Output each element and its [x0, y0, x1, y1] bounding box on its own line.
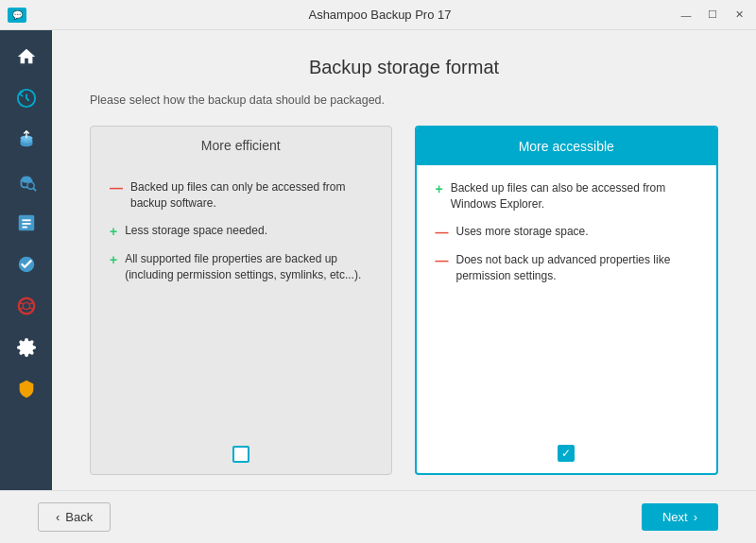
sidebar-item-tasks[interactable]: [8, 204, 45, 242]
sidebar-item-home[interactable]: [8, 38, 45, 76]
card-accessible-body: + Backed up files can also be accessed f…: [417, 165, 717, 433]
feature-text: Backed up files can also be accessed fro…: [451, 180, 697, 212]
card-accessible-header: More accessible: [417, 127, 717, 165]
plus-icon: +: [110, 223, 117, 240]
feature-item: + Backed up files can also be accessed f…: [436, 180, 698, 212]
page-title: Backup storage format: [90, 57, 718, 78]
card-efficient-header: More efficient: [91, 127, 391, 164]
sidebar-item-help[interactable]: [8, 287, 45, 325]
feature-text: Less storage space needed.: [125, 223, 267, 239]
card-accessible-footer: ✓: [417, 433, 717, 473]
feature-text: Backed up files can only be accessed fro…: [130, 179, 372, 212]
feature-text: Does not back up advanced properties lik…: [456, 252, 698, 284]
feature-text: Uses more storage space.: [456, 224, 589, 240]
svg-point-5: [26, 182, 33, 189]
maximize-button[interactable]: ☐: [703, 8, 722, 23]
titlebar: 💬 Ashampoo Backup Pro 17 — ☐ ✕: [0, 0, 756, 30]
svg-line-16: [19, 308, 24, 309]
card-accessible[interactable]: More accessible + Backed up files can al…: [415, 126, 719, 475]
minus-icon: —: [110, 179, 123, 196]
sidebar-item-settings[interactable]: [8, 329, 45, 366]
sidebar-item-security[interactable]: [8, 370, 45, 408]
back-button[interactable]: ‹ Back: [38, 502, 111, 532]
efficient-checkbox[interactable]: [232, 446, 249, 463]
svg-point-12: [18, 298, 34, 314]
sidebar-item-backup[interactable]: [8, 121, 45, 159]
main-layout: Backup storage format Please select how …: [0, 30, 756, 490]
minus-icon: —: [436, 252, 449, 269]
sidebar-item-search[interactable]: [8, 162, 45, 200]
window-controls: — ☐ ✕: [677, 8, 748, 23]
feature-item: — Uses more storage space.: [436, 224, 698, 241]
back-chevron-icon: ‹: [56, 510, 60, 524]
feature-text: All supported file properties are backed…: [125, 251, 371, 283]
minimize-button[interactable]: —: [677, 8, 696, 23]
window-title: Ashampoo Backup Pro 17: [83, 8, 677, 22]
feature-item: + Less storage space needed.: [110, 223, 372, 240]
svg-line-14: [19, 303, 24, 304]
svg-line-6: [33, 188, 36, 191]
minus-icon: —: [436, 224, 449, 241]
sidebar-item-validate[interactable]: [8, 246, 45, 283]
plus-icon: +: [110, 251, 117, 268]
card-efficient[interactable]: More efficient — Backed up files can onl…: [90, 126, 392, 475]
close-button[interactable]: ✕: [730, 8, 748, 23]
feature-item: — Does not back up advanced properties l…: [436, 252, 698, 284]
content-area: Backup storage format Please select how …: [52, 30, 756, 490]
chat-icon[interactable]: 💬: [8, 8, 26, 23]
next-label: Next: [662, 510, 688, 524]
cards-container: More efficient — Backed up files can onl…: [90, 126, 718, 475]
plus-icon: +: [436, 180, 443, 197]
card-efficient-body: — Backed up files can only be accessed f…: [91, 164, 391, 434]
page-subtitle: Please select how the backup data should…: [90, 93, 718, 107]
svg-line-17: [29, 303, 34, 304]
svg-point-13: [23, 302, 29, 309]
back-label: Back: [65, 510, 93, 524]
next-button[interactable]: Next ›: [642, 503, 718, 531]
next-chevron-icon: ›: [694, 510, 697, 524]
card-efficient-footer: [91, 434, 391, 474]
sidebar-item-restore[interactable]: [8, 79, 45, 117]
feature-item: + All supported file properties are back…: [110, 251, 372, 283]
accessible-checkbox[interactable]: ✓: [558, 445, 575, 462]
feature-item: — Backed up files can only be accessed f…: [110, 179, 372, 212]
svg-line-15: [29, 308, 34, 309]
bottom-bar: ‹ Back Next ›: [0, 490, 756, 543]
sidebar: [0, 30, 52, 490]
